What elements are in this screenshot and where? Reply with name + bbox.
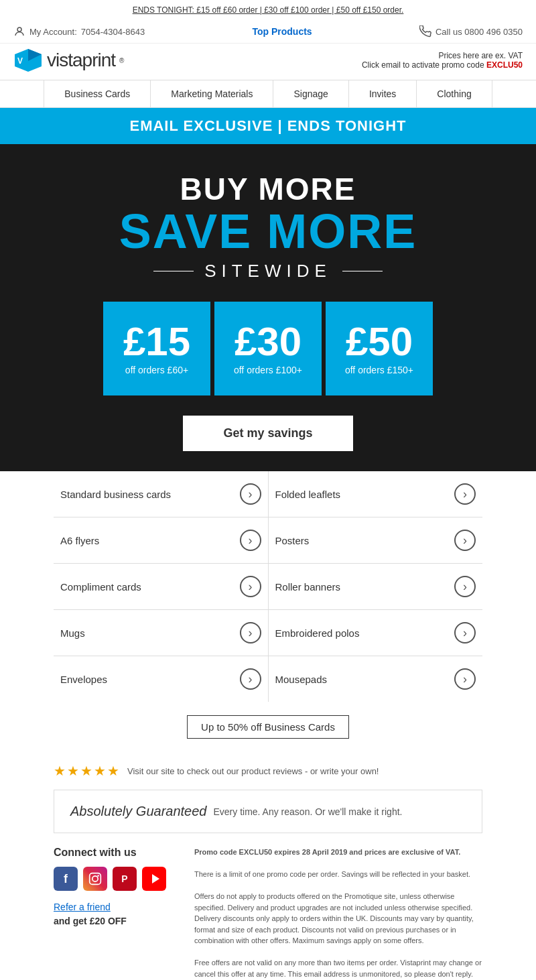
hero-save-more: SAVE MORE xyxy=(13,207,523,255)
top-banner-link[interactable]: ENDS TONIGHT: £15 off £60 order | £30 of… xyxy=(133,5,404,15)
stars-text: Visit our site to check out our product … xyxy=(127,766,379,776)
logo-text: vistaprint xyxy=(47,50,115,71)
account-bar: My Account: 7054-4304-8643 Top Products … xyxy=(0,20,536,44)
product-chevron-a6-flyers[interactable] xyxy=(240,530,261,551)
legal-col: Promo code EXCLU50 expires 28 April 2019… xyxy=(194,847,482,980)
product-item-mousepads: Mousepads xyxy=(269,656,483,702)
product-label: Envelopes xyxy=(60,674,107,685)
legal-bold: Promo code EXCLU50 expires 28 April 2019… xyxy=(194,848,460,856)
footer-section: Connect with us f P Refer a friend and g… xyxy=(54,847,482,980)
call-us: Call us 0800 496 0350 xyxy=(419,25,523,38)
product-chevron-envelopes[interactable] xyxy=(240,668,261,690)
svg-point-0 xyxy=(17,27,21,32)
savings-desc-15: off orders £60+ xyxy=(122,365,192,375)
svg-text:V: V xyxy=(17,56,23,66)
facebook-icon[interactable]: f xyxy=(54,867,78,891)
product-chevron-roller-banners[interactable] xyxy=(454,576,476,597)
product-label: Mugs xyxy=(60,627,85,639)
guarantee-title: Absolutely Guaranteed xyxy=(70,804,206,819)
nav-marketing-materials[interactable]: Marketing Materials xyxy=(151,80,273,107)
guarantee-text: Every time. Any reason. Or we'll make it… xyxy=(213,806,402,817)
savings-desc-50: off orders £150+ xyxy=(344,365,414,375)
savings-amount-30: £30 xyxy=(233,322,303,362)
hero-section: BUY MORE SAVE MORE SITEWIDE £15 off orde… xyxy=(0,144,536,471)
product-chevron-posters[interactable] xyxy=(454,530,476,551)
product-label: Folded leaflets xyxy=(275,489,341,500)
svg-point-5 xyxy=(92,876,98,881)
product-item-folded-leaflets: Folded leaflets xyxy=(269,471,483,517)
email-exclusive-text: EMAIL EXCLUSIVE | ENDS TONIGHT xyxy=(129,117,406,134)
connect-col: Connect with us f P Refer a friend and g… xyxy=(54,847,181,980)
savings-boxes: £15 off orders £60+ £30 off orders £100+… xyxy=(13,302,523,395)
offer-link[interactable]: Up to 50% off Business Cards xyxy=(187,715,349,739)
email-exclusive-banner: EMAIL EXCLUSIVE | ENDS TONIGHT xyxy=(0,108,536,144)
svg-rect-4 xyxy=(90,873,101,885)
savings-box-30: £30 off orders £100+ xyxy=(214,302,322,395)
social-icons: f P xyxy=(54,867,181,891)
legal-para1: There is a limit of one promo code per o… xyxy=(194,869,482,880)
product-row: Compliment cards Roller banners xyxy=(54,564,482,610)
top-products-link[interactable]: Top Products xyxy=(252,26,312,37)
product-label: Standard business cards xyxy=(60,489,171,500)
call-us-text: Call us 0800 496 0350 xyxy=(436,27,523,37)
product-row: A6 flyers Posters xyxy=(54,517,482,564)
logo-bar: V vistaprint ® Prices here are ex. VAT C… xyxy=(0,44,536,80)
product-item-envelopes: Envelopes xyxy=(54,656,269,702)
nav-business-cards[interactable]: Business Cards xyxy=(44,80,151,107)
product-chevron-mugs[interactable] xyxy=(240,622,261,644)
product-label: Mousepads xyxy=(275,674,328,685)
account-icon xyxy=(13,25,25,38)
logo-icon: V xyxy=(13,48,43,73)
logo-trademark: ® xyxy=(119,57,124,64)
hero-sitewide: SITEWIDE xyxy=(13,261,523,282)
instagram-icon[interactable] xyxy=(83,867,107,891)
product-item-standard-business-cards: Standard business cards xyxy=(54,471,269,517)
product-row: Envelopes Mousepads xyxy=(54,656,482,702)
nav-signage[interactable]: Signage xyxy=(273,80,348,107)
account-label: My Account: xyxy=(29,27,77,37)
product-item-roller-banners: Roller banners xyxy=(269,564,483,609)
product-row: Mugs Embroidered polos xyxy=(54,610,482,656)
savings-amount-15: £15 xyxy=(122,322,192,362)
legal-para3: Free offers are not valid on any more th… xyxy=(194,957,482,980)
phone-icon xyxy=(419,25,431,38)
product-item-posters: Posters xyxy=(269,517,483,563)
youtube-icon[interactable] xyxy=(142,867,166,891)
offer-strip: Up to 50% off Business Cards xyxy=(0,702,536,752)
product-chevron-embroidered-polos[interactable] xyxy=(454,622,476,644)
star-rating: ★★★★★ xyxy=(54,763,121,779)
nav-clothing[interactable]: Clothing xyxy=(417,80,492,107)
logo: V vistaprint ® xyxy=(13,48,124,73)
refer-friend-link[interactable]: Refer a friend xyxy=(54,902,181,912)
legal-para2: Offers do not apply to products offered … xyxy=(194,891,482,946)
product-chevron-folded-leaflets[interactable] xyxy=(454,483,476,505)
hero-buy-more: BUY MORE xyxy=(13,171,523,207)
guarantee-section: Absolutely Guaranteed Every time. Any re… xyxy=(54,790,482,833)
product-chevron-mousepads[interactable] xyxy=(454,668,476,690)
product-chevron-compliment-cards[interactable] xyxy=(240,576,261,597)
svg-point-6 xyxy=(97,875,99,877)
nav-invites[interactable]: Invites xyxy=(349,80,417,107)
product-label: A6 flyers xyxy=(60,535,99,546)
main-nav: Business Cards Marketing Materials Signa… xyxy=(0,80,536,108)
get-savings-button[interactable]: Get my savings xyxy=(183,416,352,451)
promo-code: EXCLU50 xyxy=(486,60,523,70)
product-item-a6-flyers: A6 flyers xyxy=(54,517,269,563)
product-label: Roller banners xyxy=(275,581,341,593)
savings-amount-50: £50 xyxy=(344,322,414,362)
product-item-embroidered-polos: Embroidered polos xyxy=(269,610,483,656)
promo-right: Prices here are ex. VAT Click email to a… xyxy=(362,51,523,70)
svg-marker-7 xyxy=(152,874,159,883)
product-label: Posters xyxy=(275,535,310,546)
pinterest-icon[interactable]: P xyxy=(113,867,137,891)
top-banner: ENDS TONIGHT: £15 off £60 order | £30 of… xyxy=(0,0,536,20)
account-info: My Account: 7054-4304-8643 xyxy=(13,25,145,38)
refer-text: and get £20 OFF xyxy=(54,916,127,926)
savings-box-50: £50 off orders £150+ xyxy=(326,302,433,395)
product-label: Compliment cards xyxy=(60,581,141,593)
product-chevron-standard-business-cards[interactable] xyxy=(240,483,261,505)
savings-box-15: £15 off orders £60+ xyxy=(103,302,210,395)
product-item-mugs: Mugs xyxy=(54,610,269,656)
promo-code-line: Click email to activate promo code EXCLU… xyxy=(362,60,523,70)
prices-vat: Prices here are ex. VAT xyxy=(362,51,523,60)
